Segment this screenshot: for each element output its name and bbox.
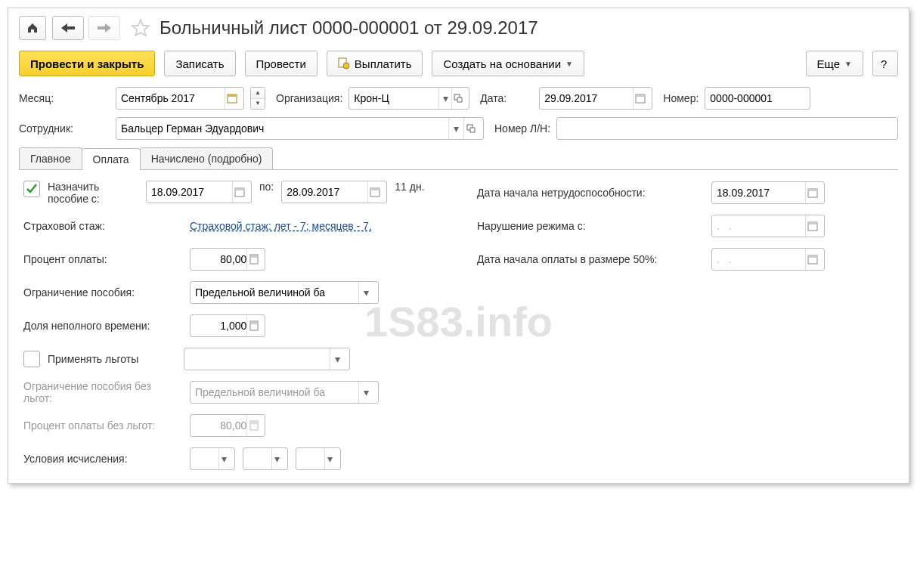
calculator-icon[interactable] <box>246 315 260 336</box>
coins-icon <box>338 57 350 70</box>
condition-3-input[interactable]: ▾ <box>296 447 341 470</box>
number-input[interactable] <box>705 87 810 110</box>
pay50-input[interactable] <box>711 248 825 271</box>
use-discount-checkbox[interactable] <box>23 351 40 367</box>
number-value[interactable] <box>710 92 805 104</box>
discount-input[interactable]: ▾ <box>184 348 350 370</box>
conditions-row: Условия исчисления: ▾ ▾ ▾ <box>23 447 447 471</box>
dropdown-icon[interactable]: ▾ <box>330 348 345 370</box>
limit-value[interactable] <box>195 286 358 299</box>
assign-benefit-checkbox[interactable] <box>23 181 40 197</box>
condition-1-input[interactable]: ▾ <box>190 447 235 470</box>
forward-button[interactable] <box>88 16 120 40</box>
org-input[interactable]: ▾ <box>349 87 469 110</box>
percent-label: Процент оплаты: <box>23 253 182 265</box>
history-buttons <box>52 16 120 40</box>
limit-label: Ограничение пособия: <box>23 286 182 299</box>
parttime-value[interactable] <box>195 320 246 332</box>
benefit-from-value[interactable] <box>151 186 232 198</box>
violation-label: Нарушение режима с: <box>477 220 704 232</box>
pay50-value[interactable] <box>717 253 805 265</box>
pay-label: Выплатить <box>355 57 412 70</box>
more-label: Еще <box>817 57 841 70</box>
month-input[interactable] <box>116 87 244 110</box>
dropdown-icon: ▾ <box>358 382 373 403</box>
tab-main[interactable]: Главное <box>19 147 82 169</box>
calendar-icon[interactable] <box>805 182 819 203</box>
dropdown-icon[interactable]: ▾ <box>448 118 463 139</box>
calendar-icon[interactable] <box>232 181 246 203</box>
date-value[interactable] <box>544 92 633 104</box>
dropdown-icon[interactable]: ▾ <box>324 448 336 469</box>
back-button[interactable] <box>52 16 84 40</box>
parttime-label: Доля неполного времени: <box>23 320 182 332</box>
svg-rect-17 <box>251 422 257 424</box>
create-based-on-button[interactable]: Создать на основании ▼ <box>432 51 584 76</box>
assign-benefit-label: Назначить пособие с: <box>48 181 138 205</box>
open-icon[interactable] <box>463 118 479 139</box>
org-label: Организация: <box>276 92 342 104</box>
calendar-icon[interactable] <box>805 249 819 270</box>
seniority-link[interactable]: Страховой стаж: лет - 7; месяцев - 7. <box>190 220 372 232</box>
employee-value[interactable] <box>121 122 448 135</box>
days-count: 11 дн. <box>395 181 424 193</box>
limit-wo-input: ▾ <box>190 381 379 404</box>
violation-value[interactable] <box>717 220 805 232</box>
calendar-icon[interactable] <box>633 88 647 109</box>
assign-benefit-row: Назначить пособие с: по: 11 дн. <box>23 181 447 205</box>
post-button[interactable]: Провести <box>245 51 318 76</box>
org-value[interactable] <box>354 92 438 104</box>
tab-bar: Главное Оплата Начислено (подробно) <box>19 147 898 170</box>
spin-down[interactable]: ▼ <box>251 99 265 110</box>
tab-payment[interactable]: Оплата <box>82 148 141 170</box>
date-input[interactable] <box>539 87 652 110</box>
save-button[interactable]: Записать <box>164 51 235 76</box>
svg-point-1 <box>343 63 349 69</box>
calculator-icon[interactable] <box>246 249 260 270</box>
percent-value[interactable] <box>195 253 246 265</box>
more-button[interactable]: Еще ▼ <box>806 51 863 76</box>
benefit-to-value[interactable] <box>287 186 367 198</box>
percent-wo-value <box>195 419 246 432</box>
violation-input[interactable] <box>711 215 825 237</box>
help-button[interactable]: ? <box>872 51 898 76</box>
limit-input[interactable]: ▾ <box>190 281 379 304</box>
ln-input[interactable] <box>556 117 898 140</box>
disability-date-input[interactable] <box>711 181 825 204</box>
employee-input[interactable]: ▾ <box>116 117 484 140</box>
dropdown-icon[interactable]: ▾ <box>438 88 451 109</box>
favorite-button[interactable] <box>126 16 153 40</box>
calendar-icon[interactable] <box>805 215 819 237</box>
document-form: Больничный лист 0000-000001 от 29.09.201… <box>8 8 909 484</box>
tab-accrued[interactable]: Начислено (подробно) <box>140 147 274 169</box>
month-value[interactable] <box>121 92 225 104</box>
dropdown-icon[interactable]: ▾ <box>271 448 283 469</box>
star-icon <box>131 18 150 38</box>
benefit-from-input[interactable] <box>146 181 252 203</box>
percent-wo-input <box>190 414 265 437</box>
home-button[interactable] <box>19 16 46 40</box>
condition-2-input[interactable]: ▾ <box>243 447 288 470</box>
check-icon <box>26 183 38 195</box>
parttime-row: Доля неполного времени: <box>23 314 447 338</box>
ln-value[interactable] <box>562 122 893 135</box>
employee-label: Сотрудник: <box>19 122 110 135</box>
payment-right-column: Дата начала нетрудоспособности: Нарушени… <box>477 181 870 471</box>
svg-rect-9 <box>235 188 244 190</box>
pay-button[interactable]: Выплатить <box>327 51 423 76</box>
header-row-2: Сотрудник: ▾ Номер Л/Н: <box>19 117 898 140</box>
seniority-row: Страховой стаж: Страховой стаж: лет - 7;… <box>23 214 447 238</box>
disability-date-value[interactable] <box>717 187 805 199</box>
svg-rect-3 <box>228 94 237 97</box>
month-spinner[interactable]: ▲ ▼ <box>250 87 265 110</box>
benefit-to-input[interactable] <box>281 181 387 203</box>
spin-up[interactable]: ▲ <box>251 88 265 99</box>
dropdown-icon[interactable]: ▾ <box>358 282 373 303</box>
open-icon[interactable] <box>451 88 464 109</box>
parttime-input[interactable] <box>190 314 265 337</box>
calendar-icon[interactable] <box>225 88 239 109</box>
dropdown-icon[interactable]: ▾ <box>218 448 230 469</box>
percent-input[interactable] <box>190 248 265 271</box>
calendar-icon[interactable] <box>367 181 382 203</box>
post-and-close-button[interactable]: Провести и закрыть <box>19 51 155 76</box>
